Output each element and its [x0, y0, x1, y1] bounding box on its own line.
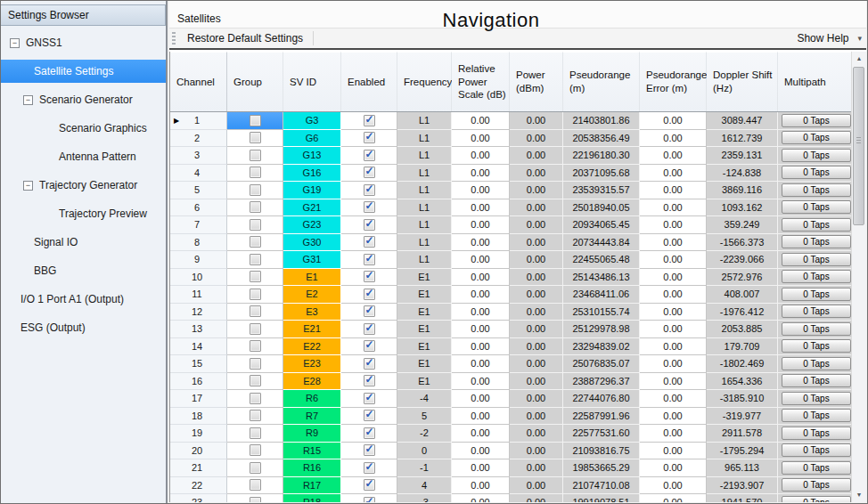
pseudorange-error-cell[interactable]: 0.00	[640, 408, 707, 426]
enabled-checkbox[interactable]: ✓	[364, 167, 375, 178]
group-checkbox[interactable]	[250, 444, 261, 456]
row-header-cell[interactable]: 22	[170, 477, 227, 495]
enabled-checkbox[interactable]: ✓	[364, 444, 375, 456]
group-checkbox[interactable]	[250, 358, 261, 370]
group-checkbox[interactable]	[250, 479, 261, 491]
sv-id-cell[interactable]: R6	[283, 390, 341, 408]
pseudorange-error-cell[interactable]: 0.00	[640, 216, 707, 234]
group-checkbox-cell[interactable]	[227, 494, 283, 502]
group-checkbox-cell[interactable]	[227, 304, 283, 321]
enabled-checkbox[interactable]: ✓	[364, 184, 375, 196]
enabled-checkbox-cell[interactable]: ✓	[341, 112, 397, 130]
group-checkbox-cell[interactable]	[227, 408, 283, 426]
group-checkbox[interactable]	[250, 236, 261, 248]
multipath-taps-button[interactable]: 0 Taps	[782, 235, 851, 248]
sidebar-item-scenario-generator[interactable]: − Scenario Generator	[1, 85, 166, 114]
pseudorange-error-cell[interactable]: 0.00	[640, 130, 707, 148]
pseudorange-error-cell[interactable]: 0.00	[640, 112, 707, 130]
pseudorange-error-cell[interactable]: 0.00	[640, 321, 707, 338]
sv-id-cell[interactable]: R9	[283, 425, 341, 443]
pseudorange-error-cell[interactable]: 0.00	[640, 355, 707, 373]
group-checkbox[interactable]	[250, 150, 261, 161]
group-checkbox-cell[interactable]	[227, 147, 283, 165]
sv-id-cell[interactable]: E23	[283, 355, 341, 373]
relative-power-scale-cell[interactable]: 0.00	[452, 494, 510, 502]
enabled-checkbox[interactable]: ✓	[364, 201, 375, 213]
enabled-checkbox[interactable]: ✓	[364, 150, 375, 161]
group-checkbox[interactable]	[250, 219, 261, 231]
relative-power-scale-cell[interactable]: 0.00	[452, 199, 510, 217]
row-header-cell[interactable]: 18	[170, 408, 227, 426]
multipath-taps-button[interactable]: 0 Taps	[782, 149, 851, 162]
relative-power-scale-cell[interactable]: 0.00	[452, 425, 510, 443]
pseudorange-error-cell[interactable]: 0.00	[640, 165, 707, 183]
group-checkbox-cell[interactable]	[227, 251, 283, 269]
row-header-cell[interactable]: 9	[170, 251, 227, 269]
row-header-cell[interactable]: 3	[170, 147, 227, 165]
sv-id-cell[interactable]: G19	[283, 182, 341, 199]
scroll-up-icon[interactable]: ▲	[853, 52, 865, 66]
multipath-taps-button[interactable]: 0 Taps	[782, 409, 851, 422]
sv-id-cell[interactable]: E28	[283, 373, 341, 391]
row-header-cell[interactable]: 11	[170, 286, 227, 304]
enabled-checkbox[interactable]: ✓	[364, 236, 375, 248]
group-checkbox-cell[interactable]	[227, 130, 283, 148]
multipath-taps-button[interactable]: 0 Taps	[782, 131, 851, 144]
group-checkbox[interactable]	[250, 497, 261, 502]
group-checkbox-cell[interactable]	[227, 477, 283, 495]
show-help-button[interactable]: Show Help	[790, 30, 855, 46]
enabled-checkbox[interactable]: ✓	[364, 393, 375, 404]
sv-id-cell[interactable]: G3	[283, 112, 341, 130]
enabled-checkbox-cell[interactable]: ✓	[341, 321, 397, 338]
relative-power-scale-cell[interactable]: 0.00	[452, 355, 510, 373]
enabled-checkbox-cell[interactable]: ✓	[341, 338, 397, 356]
enabled-checkbox-cell[interactable]: ✓	[341, 355, 397, 373]
sidebar-item-bbg[interactable]: BBG	[1, 256, 166, 285]
group-checkbox-cell[interactable]	[227, 443, 283, 460]
group-checkbox[interactable]	[250, 167, 261, 178]
group-checkbox-cell[interactable]	[227, 390, 283, 408]
group-checkbox[interactable]	[250, 305, 261, 317]
multipath-taps-button[interactable]: 0 Taps	[782, 270, 851, 283]
row-header-cell[interactable]: 19	[170, 425, 227, 443]
sv-id-cell[interactable]: G30	[283, 234, 341, 252]
relative-power-scale-cell[interactable]: 0.00	[452, 477, 510, 495]
enabled-checkbox[interactable]: ✓	[364, 462, 375, 474]
relative-power-scale-cell[interactable]: 0.00	[452, 269, 510, 287]
row-header-cell[interactable]: 16	[170, 373, 227, 391]
pseudorange-error-cell[interactable]: 0.00	[640, 234, 707, 252]
sidebar-item-satellite-settings[interactable]: Satellite Settings	[1, 57, 166, 85]
enabled-checkbox-cell[interactable]: ✓	[341, 251, 397, 269]
relative-power-scale-cell[interactable]: 0.00	[452, 459, 510, 477]
multipath-taps-button[interactable]: 0 Taps	[782, 339, 851, 353]
sv-id-cell[interactable]: R17	[283, 477, 341, 495]
sv-id-cell[interactable]: E21	[283, 321, 341, 338]
group-checkbox[interactable]	[250, 427, 261, 439]
enabled-checkbox[interactable]: ✓	[364, 358, 375, 370]
pseudorange-error-cell[interactable]: 0.00	[640, 251, 707, 269]
sv-id-cell[interactable]: R15	[283, 443, 341, 460]
enabled-checkbox[interactable]: ✓	[364, 289, 375, 300]
column-header-frequency[interactable]: Frequency	[397, 52, 452, 111]
scroll-down-icon[interactable]: ▼	[853, 488, 865, 502]
sidebar-item-esg-output-[interactable]: ESG (Output)	[1, 313, 166, 342]
multipath-taps-button[interactable]: 0 Taps	[782, 496, 851, 502]
enabled-checkbox-cell[interactable]: ✓	[341, 373, 397, 391]
column-header-relative-power-scale-db-[interactable]: Relative Power Scale (dB)	[452, 52, 510, 111]
sv-id-cell[interactable]: E3	[283, 304, 341, 321]
group-checkbox-cell[interactable]	[227, 459, 283, 477]
enabled-checkbox[interactable]: ✓	[364, 115, 375, 126]
enabled-checkbox[interactable]: ✓	[364, 427, 375, 439]
sv-id-cell[interactable]: R7	[283, 408, 341, 426]
sv-id-cell[interactable]: E1	[283, 269, 341, 287]
sv-id-cell[interactable]: G31	[283, 251, 341, 269]
row-header-cell[interactable]: 20	[170, 443, 227, 460]
column-header-sv-id[interactable]: SV ID	[283, 52, 341, 111]
row-header-cell[interactable]: ▶ 1	[170, 112, 227, 130]
multipath-taps-button[interactable]: 0 Taps	[782, 218, 851, 232]
multipath-taps-button[interactable]: 0 Taps	[782, 427, 851, 440]
enabled-checkbox-cell[interactable]: ✓	[341, 390, 397, 408]
row-header-cell[interactable]: 15	[170, 355, 227, 373]
tab-satellites[interactable]: Satellites	[169, 12, 221, 28]
vertical-scrollbar[interactable]: ▲ ▼	[851, 52, 866, 502]
